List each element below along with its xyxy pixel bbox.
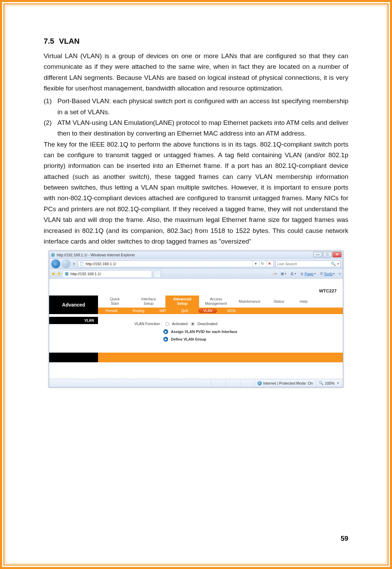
add-favorite-icon[interactable]: ✚ [57, 271, 61, 277]
vlan-function-label: VLAN Function : [124, 322, 162, 326]
tab-maintenance[interactable]: Maintenance [233, 296, 266, 307]
link-assign-pvid[interactable]: ▶ Assign VLAN PVID for each Interface [163, 329, 339, 334]
list-marker: (2) [44, 117, 57, 139]
ie-icon [64, 271, 69, 276]
stop-button[interactable]: ✕ [266, 261, 272, 267]
ie-icon [51, 253, 55, 257]
address-dropdown-icon[interactable]: ▾ [252, 261, 259, 267]
zoom-dropdown-icon[interactable]: ▾ [336, 382, 339, 385]
radio-deactivated[interactable]: Deactivated [191, 322, 217, 326]
svg-rect-1 [80, 262, 83, 266]
subtab-adsl[interactable]: ADSL [220, 308, 244, 314]
subtab-label: VLAN [203, 309, 212, 313]
link-define-vlan-group[interactable]: ▶ Define VLAN Group [163, 337, 339, 342]
subtab-nat[interactable]: NAT [152, 308, 174, 314]
maximize-button[interactable]: □ [323, 252, 332, 257]
navbar: ← → ▾ http://192.168.1.1/ ▾ ↻ ✕ 🔍 ▾ [49, 259, 343, 269]
close-button[interactable]: ✕ [333, 252, 341, 257]
page-menu[interactable]: 🗎Page▾ [299, 270, 317, 277]
print-icon: 🖶 [290, 272, 294, 276]
list-item-2: (2) ATM VLAN-using LAN Emulation(LANE) p… [44, 117, 348, 139]
heading-title: VLAN [59, 37, 80, 45]
body-text: Virtual LAN (VLAN) is a group of devices… [44, 51, 348, 247]
zoom-icon: 🔍 [319, 381, 324, 385]
gear-icon: ⚙ [320, 271, 323, 276]
status-bar: Internet | Protected Mode: On 🔍 100% ▾ [49, 379, 343, 387]
zoom-text: 100% [325, 381, 335, 385]
forward-button[interactable]: → [62, 259, 70, 268]
search-dropdown-icon[interactable]: ▾ [336, 262, 339, 266]
radio-label: Deactivated [197, 322, 217, 326]
subtab-label: QoS [181, 309, 188, 313]
vlan-function-row: VLAN Function : Activated Deactivated [124, 322, 339, 326]
tab-quick-start[interactable]: Quick Start [98, 296, 132, 307]
heading-number: 7.5 [44, 37, 54, 45]
address-text: http://192.168.1.1/ [86, 262, 251, 266]
address-bar[interactable]: http://192.168.1.1/ ▾ ↻ ✕ [78, 260, 274, 267]
list-marker: (1) [44, 96, 57, 117]
subtab-firewall[interactable]: Firewall [98, 308, 125, 314]
tab-interface-setup[interactable]: Interface Setup [132, 296, 165, 307]
router-admin-page: WTC227 Advanced Quick Start Interface Se… [49, 279, 343, 379]
arrow-bullet-icon: ▶ [163, 329, 168, 334]
router-footer-bar [49, 353, 343, 362]
paragraph-1: Virtual LAN (VLAN) is a group of devices… [44, 51, 348, 94]
tabbar: ★ ✚ http://192.168.1.1/ ⌂▾ ▣▾ 🖶▾ 🗎Page▾ … [49, 269, 343, 279]
refresh-button[interactable]: ↻ [259, 261, 265, 267]
overflow-icon[interactable]: » [337, 272, 341, 276]
section-heading: 7.5VLAN [44, 37, 348, 46]
status-slot [240, 380, 254, 387]
radio-activated[interactable]: Activated [165, 322, 187, 326]
page-icon [79, 261, 84, 266]
radio-label: Activated [172, 322, 187, 326]
list-text: ATM VLAN-using LAN Emulation(LANE) proto… [57, 117, 348, 139]
device-model: WTC227 [319, 288, 337, 293]
status-text: Internet | Protected Mode: On [263, 381, 313, 385]
tools-menu[interactable]: ⚙Tools▾ [318, 270, 336, 277]
back-button[interactable]: ← [51, 259, 60, 268]
radio-icon [191, 322, 195, 326]
subtab-qos[interactable]: QoS [174, 308, 196, 314]
nav-heading: Advanced [49, 296, 98, 314]
tab-title: http://192.168.1.1/ [70, 272, 101, 276]
tab-advanced-setup[interactable]: Advanced Setup [165, 296, 199, 307]
paragraph-2: The key for the IEEE 802.1Q to perform t… [44, 139, 348, 247]
status-slot [226, 380, 240, 387]
page-menu-label: Page [305, 272, 314, 276]
list-text: Port-Based VLAN: each physical switch po… [57, 96, 348, 117]
page-number: 59 [341, 535, 348, 543]
new-tab-button[interactable] [153, 270, 161, 277]
subtab-routing[interactable]: Routing [125, 308, 152, 314]
search-box[interactable]: 🔍 ▾ [275, 260, 341, 267]
subtab-label: NAT [160, 309, 166, 313]
link-label: Assign VLAN PVID for each Interface [171, 330, 237, 334]
search-icon[interactable]: 🔍 [331, 261, 336, 266]
svg-rect-2 [81, 262, 82, 263]
subtab-label: Firewall [106, 309, 117, 313]
subtab-label: ADSL [227, 309, 236, 313]
security-zone[interactable]: Internet | Protected Mode: On [254, 380, 316, 387]
home-icon: ⌂ [272, 272, 274, 276]
tab-status[interactable]: Status [266, 296, 291, 307]
zoom-control[interactable]: 🔍 100% ▾ [316, 380, 341, 387]
tab-help[interactable]: Help [291, 296, 316, 307]
arrow-bullet-icon: ▶ [163, 337, 168, 342]
tools-menu-label: Tools [324, 272, 333, 276]
browser-window: http://192.168.1.1/ - Windows Internet E… [49, 251, 343, 387]
subtab-label: Routing [132, 309, 144, 313]
favorites-icon[interactable]: ★ [51, 271, 56, 277]
browser-tab[interactable]: http://192.168.1.1/ [63, 270, 152, 277]
home-button[interactable]: ⌂▾ [271, 270, 278, 277]
subtab-vlan[interactable]: VLAN [196, 308, 220, 314]
radio-icon [165, 322, 169, 326]
section-label: VLAN [49, 317, 98, 324]
window-title: http://192.168.1.1/ - Windows Internet E… [57, 253, 313, 257]
feeds-button[interactable]: ▣▾ [279, 270, 287, 277]
tab-access-management[interactable]: Access Management [199, 296, 233, 307]
status-slot [211, 380, 226, 387]
search-input[interactable] [277, 262, 331, 266]
page-icon: 🗎 [300, 272, 304, 276]
nav-history-dropdown[interactable]: ▾ [72, 262, 76, 266]
minimize-button[interactable]: — [313, 252, 322, 257]
print-button[interactable]: 🖶▾ [289, 270, 297, 277]
